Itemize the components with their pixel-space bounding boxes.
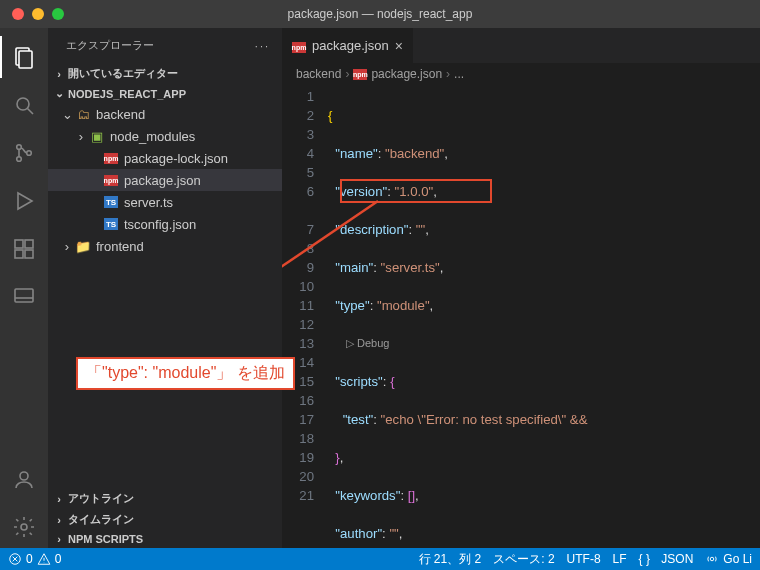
extensions-icon[interactable]: [0, 228, 48, 270]
breadcrumb[interactable]: backend› npm package.json› ...: [282, 63, 760, 85]
run-debug-icon[interactable]: [0, 180, 48, 222]
line-gutter: 123456789101112131415161718192021: [282, 85, 328, 548]
tree-file-server-ts[interactable]: TSserver.ts: [48, 191, 282, 213]
svg-line-3: [28, 109, 34, 115]
window-title: package.json — nodejs_react_app: [0, 7, 760, 21]
file-tree: ⌄🗂backend ›▣node_modules npmpackage-lock…: [48, 103, 282, 257]
more-icon[interactable]: ···: [255, 40, 270, 52]
minimize-window-icon[interactable]: [32, 8, 44, 20]
settings-gear-icon[interactable]: [0, 506, 48, 548]
tree-file-tsconfig[interactable]: TStsconfig.json: [48, 213, 282, 235]
section-npm-scripts[interactable]: ›NPM SCRIPTS: [48, 530, 282, 548]
status-encoding[interactable]: UTF-8: [567, 552, 601, 566]
status-go-live[interactable]: Go Li: [705, 552, 752, 566]
sidebar-header: エクスプローラー ···: [48, 28, 282, 63]
status-ln-col[interactable]: 行 21、列 2: [419, 551, 482, 568]
account-icon[interactable]: [0, 458, 48, 500]
search-icon[interactable]: [0, 84, 48, 126]
status-bar: 0 0 行 21、列 2 スペース: 2 UTF-8 LF { } JSON G…: [0, 548, 760, 570]
svg-point-2: [17, 98, 29, 110]
svg-point-4: [17, 145, 22, 150]
svg-point-14: [20, 472, 28, 480]
tree-folder-backend[interactable]: ⌄🗂backend: [48, 103, 282, 125]
tree-folder-frontend[interactable]: ›📁frontend: [48, 235, 282, 257]
svg-rect-9: [25, 240, 33, 248]
svg-point-5: [17, 157, 22, 162]
traffic-lights: [12, 8, 64, 20]
tree-folder-node-modules[interactable]: ›▣node_modules: [48, 125, 282, 147]
status-spaces[interactable]: スペース: 2: [493, 551, 554, 568]
close-tab-icon[interactable]: ×: [395, 38, 403, 54]
section-project[interactable]: ⌄NODEJS_REACT_APP: [48, 84, 282, 103]
annotation-callout: 「"type": "module"」 を追加: [76, 357, 295, 390]
sidebar-title: エクスプローラー: [66, 38, 154, 53]
editor: npm package.json × backend› npm package.…: [282, 28, 760, 548]
svg-rect-12: [15, 289, 33, 302]
svg-point-15: [21, 524, 27, 530]
tab-bar: npm package.json ×: [282, 28, 760, 63]
svg-point-22: [711, 557, 715, 561]
remote-icon[interactable]: [0, 276, 48, 318]
close-window-icon[interactable]: [12, 8, 24, 20]
section-timeline[interactable]: ›タイムライン: [48, 509, 282, 530]
code-lines[interactable]: { "name": "backend", "version": "1.0.0",…: [328, 85, 760, 548]
activity-bar: [0, 28, 48, 548]
status-problems[interactable]: 0 0: [8, 552, 61, 566]
status-lang[interactable]: { } JSON: [639, 552, 694, 566]
svg-rect-11: [25, 250, 33, 258]
code-area[interactable]: 123456789101112131415161718192021 { "nam…: [282, 85, 760, 548]
tree-file-package-json[interactable]: npmpackage.json: [48, 169, 282, 191]
svg-point-6: [27, 151, 32, 156]
npm-icon: npm: [292, 42, 306, 53]
window: package.json — nodejs_react_app エクスプローラー…: [0, 0, 760, 570]
maximize-window-icon[interactable]: [52, 8, 64, 20]
svg-rect-1: [19, 51, 32, 68]
npm-icon: npm: [353, 69, 367, 80]
titlebar: package.json — nodejs_react_app: [0, 0, 760, 28]
explorer-icon[interactable]: [0, 36, 48, 78]
codelens-debug[interactable]: ▷ Debug: [346, 337, 389, 349]
section-outline[interactable]: ›アウトライン: [48, 488, 282, 509]
tab-label: package.json: [312, 38, 389, 53]
source-control-icon[interactable]: [0, 132, 48, 174]
svg-rect-8: [15, 240, 23, 248]
svg-rect-10: [15, 250, 23, 258]
tree-file-package-lock[interactable]: npmpackage-lock.json: [48, 147, 282, 169]
section-open-editors[interactable]: ›開いているエディター: [48, 63, 282, 84]
tab-package-json[interactable]: npm package.json ×: [282, 28, 414, 63]
status-eol[interactable]: LF: [613, 552, 627, 566]
sidebar: エクスプローラー ··· ›開いているエディター ⌄NODEJS_REACT_A…: [48, 28, 282, 548]
